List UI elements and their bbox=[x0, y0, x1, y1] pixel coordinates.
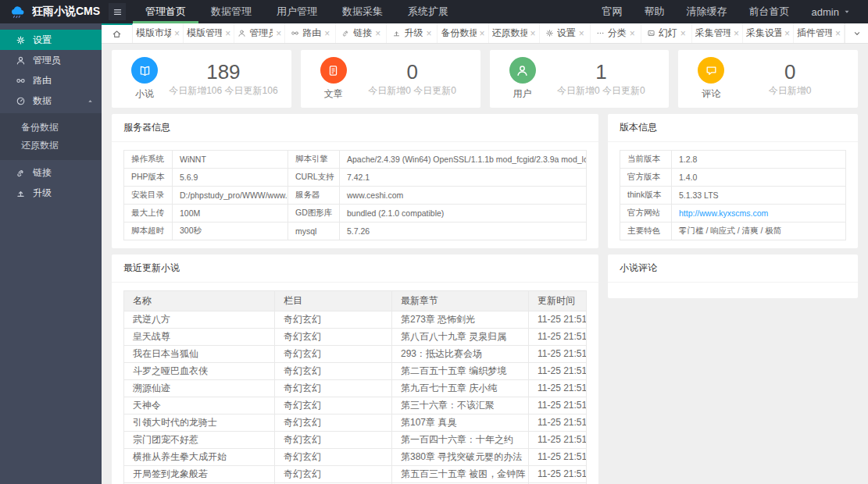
stat-card-1: 文章 0 今日新增0 今日更新0 bbox=[301, 50, 480, 108]
tab-more-button[interactable] bbox=[845, 23, 868, 43]
sidebar-item-4[interactable]: 链接 bbox=[0, 162, 102, 183]
novel-name: 武逆八方 bbox=[124, 311, 275, 329]
tab-13[interactable]: 插件管理 × bbox=[794, 23, 845, 43]
top-right-item-2[interactable]: 清除缓存 bbox=[676, 0, 738, 23]
top-menu-item-1[interactable]: 数据管理 bbox=[198, 0, 264, 23]
top-menu-item-4[interactable]: 系统扩展 bbox=[395, 0, 461, 23]
gear-icon bbox=[545, 29, 554, 37]
tab-1[interactable]: 模版管理 × bbox=[184, 23, 234, 43]
server-info-value: 5.7.26 bbox=[340, 222, 587, 240]
tab-close-icon[interactable]: × bbox=[734, 29, 739, 38]
version-info-table: 当前版本 1.2.8 官方版本 1.4.0 think版本 5.1.33 LTS… bbox=[620, 150, 846, 240]
tab-label: 插件管理 bbox=[797, 27, 832, 40]
novel-col-header: 栏目 bbox=[275, 291, 392, 311]
official-site-link[interactable]: http://www.kyxscms.com bbox=[679, 208, 768, 218]
tab-close-icon[interactable]: × bbox=[630, 29, 635, 38]
tab-home[interactable] bbox=[102, 23, 133, 43]
tab-close-icon[interactable]: × bbox=[375, 29, 380, 38]
tab-close-icon[interactable]: × bbox=[174, 29, 180, 38]
tab-6[interactable]: 备份数据 × bbox=[438, 23, 488, 43]
tab-7[interactable]: 还原数据 × bbox=[489, 23, 540, 43]
tab-2[interactable]: 管理员 × bbox=[234, 23, 285, 43]
tab-close-icon[interactable]: × bbox=[784, 29, 790, 38]
novel-name: 溯源仙迹 bbox=[124, 380, 275, 397]
user-icon bbox=[509, 57, 536, 84]
novel-category: 奇幻玄幻 bbox=[275, 329, 392, 346]
tab-4[interactable]: 链接 × bbox=[336, 23, 387, 43]
server-info-label: GD图形库 bbox=[288, 205, 340, 222]
novel-update-time: 11-25 21:51 bbox=[529, 380, 587, 397]
tab-3[interactable]: 路由 × bbox=[285, 23, 336, 43]
tab-label: 还原数据 bbox=[492, 27, 527, 40]
novel-row: 溯源仙迹 奇幻玄幻 第九百七十五章 庆小纯 11-25 21:51 bbox=[124, 380, 587, 397]
sidebar-item-5[interactable]: 升级 bbox=[0, 183, 102, 203]
tab-close-icon[interactable]: × bbox=[680, 29, 686, 38]
server-info-row: PHP版本 5.6.9 CURL支持 7.42.1 bbox=[124, 169, 587, 187]
version-info-label: 主要特色 bbox=[620, 222, 672, 240]
tab-label: 路由 bbox=[302, 27, 321, 40]
novel-category: 奇幻玄幻 bbox=[275, 432, 392, 449]
hamburger-icon bbox=[109, 3, 126, 20]
app-title: 狂雨小说CMS bbox=[32, 5, 100, 19]
stat-label: 用户 bbox=[513, 87, 532, 101]
sidebar-subitem-1[interactable]: 还原数据 bbox=[0, 137, 102, 155]
recent-novels-panel: 最近更新小说 名称栏目最新章节更新时间 武逆八方 奇幻玄幻 第273章 恐怖剑光… bbox=[112, 254, 598, 484]
novel-category: 奇幻玄幻 bbox=[275, 346, 392, 363]
tab-close-icon[interactable]: × bbox=[835, 29, 841, 38]
tab-close-icon[interactable]: × bbox=[324, 29, 330, 38]
sidebar-toggle-button[interactable] bbox=[102, 0, 133, 23]
stat-card-3: 评论 0 今日新增0 bbox=[678, 50, 858, 108]
tab-11[interactable]: 采集管理 × bbox=[692, 23, 743, 43]
top-right-item-3[interactable]: 前台首页 bbox=[738, 0, 801, 23]
app-logo: 狂雨小说CMS bbox=[0, 0, 102, 23]
tab-8[interactable]: 设置 × bbox=[540, 23, 591, 43]
novel-name: 引领大时代的龙骑士 bbox=[124, 415, 275, 432]
tab-10[interactable]: 幻灯 × bbox=[641, 23, 692, 43]
sidebar-item-1[interactable]: 管理员 bbox=[0, 50, 102, 70]
tab-12[interactable]: 采集设置 × bbox=[743, 23, 794, 43]
server-info-value: Apache/2.4.39 (Win64) OpenSSL/1.1.1b mod… bbox=[340, 151, 587, 169]
tab-close-icon[interactable]: × bbox=[579, 29, 584, 38]
top-right-item-1[interactable]: 帮助 bbox=[634, 0, 676, 23]
server-info-value: www.ceshi.com bbox=[340, 187, 587, 205]
novel-update-time: 11-25 21:51 bbox=[529, 311, 587, 329]
version-info-label: 当前版本 bbox=[620, 151, 672, 169]
top-menu-item-3[interactable]: 数据采集 bbox=[330, 0, 395, 23]
sidebar-item-3[interactable]: 数据 bbox=[0, 91, 102, 111]
sidebar-subitem-0[interactable]: 备份数据 bbox=[0, 119, 102, 137]
route-icon bbox=[16, 76, 26, 86]
tab-close-icon[interactable]: × bbox=[276, 29, 281, 38]
server-info-table: 操作系统 WiNNT 脚本引擎 Apache/2.4.39 (Win64) Op… bbox=[123, 150, 587, 240]
tab-0[interactable]: 模版市场 × bbox=[133, 23, 184, 43]
stat-value: 1 bbox=[595, 61, 606, 83]
tab-close-icon[interactable]: × bbox=[530, 29, 536, 38]
novel-update-time: 11-25 21:51 bbox=[529, 432, 587, 449]
server-info-value: 5.6.9 bbox=[173, 169, 288, 187]
route-icon bbox=[291, 29, 299, 37]
top-right-item-0[interactable]: 官网 bbox=[591, 0, 634, 23]
recent-novels-table: 名称栏目最新章节更新时间 武逆八方 奇幻玄幻 第273章 恐怖剑光 11-25 … bbox=[123, 290, 587, 484]
novel-category: 奇幻玄幻 bbox=[275, 415, 392, 432]
top-menu: 管理首页数据管理用户管理数据采集系统扩展 bbox=[133, 0, 461, 23]
tab-close-icon[interactable]: × bbox=[426, 29, 431, 38]
top-menu-item-0[interactable]: 管理首页 bbox=[133, 0, 198, 23]
sidebar-item-2[interactable]: 路由 bbox=[0, 70, 102, 91]
stat-subtext: 今日新增106 今日更新106 bbox=[169, 84, 277, 98]
sidebar-item-0[interactable]: 设置 bbox=[0, 30, 102, 50]
tab-close-icon[interactable]: × bbox=[225, 29, 230, 38]
tab-close-icon[interactable]: × bbox=[480, 29, 485, 38]
server-info-panel: 服务器信息 操作系统 WiNNT 脚本引擎 Apache/2.4.39 (Win… bbox=[112, 114, 598, 248]
novel-name: 宗门团宠不好惹 bbox=[124, 432, 275, 449]
server-info-label: CURL支持 bbox=[288, 169, 340, 187]
caret-down-icon bbox=[843, 8, 851, 16]
recent-novels-title: 最近更新小说 bbox=[112, 254, 598, 283]
tab-9[interactable]: 分类 × bbox=[591, 23, 641, 43]
novel-latest-chapter: 第380章 寻找突破元婴的办法 bbox=[392, 449, 529, 466]
stat-label: 文章 bbox=[324, 87, 343, 101]
tab-5[interactable]: 升级 × bbox=[387, 23, 438, 43]
top-menu-item-2[interactable]: 用户管理 bbox=[264, 0, 330, 23]
user-dropdown[interactable]: admin bbox=[801, 0, 862, 23]
novel-latest-chapter: 第273章 恐怖剑光 bbox=[392, 311, 529, 329]
server-info-value: 300秒 bbox=[173, 222, 288, 240]
version-info-value: 5.1.33 LTS bbox=[672, 187, 846, 205]
